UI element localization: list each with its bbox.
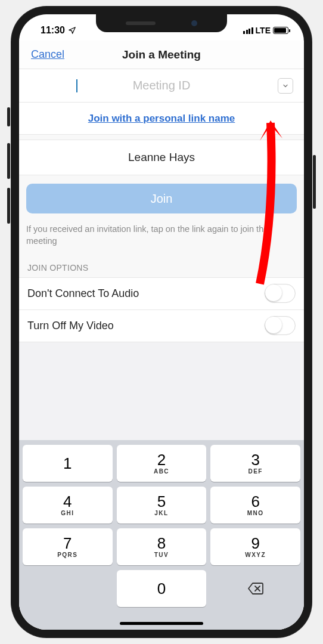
nav-bar: Cancel Join a Meeting: [19, 41, 304, 69]
option-label: Turn Off My Video: [27, 320, 114, 332]
meeting-id-dropdown[interactable]: [278, 78, 293, 94]
key-5[interactable]: 5JKL: [117, 487, 207, 524]
home-indicator[interactable]: [120, 622, 203, 625]
join-options-header: JOIN OPTIONS: [19, 256, 304, 278]
cancel-button[interactable]: Cancel: [31, 48, 64, 61]
screen: 11:30 LTE Cancel Join a Meeting: [19, 14, 304, 630]
option-dont-connect-audio: Don't Connect To Audio: [19, 278, 304, 310]
page-title: Join a Meeting: [122, 48, 201, 61]
side-button-volume-up: [7, 143, 10, 179]
side-button-silence: [7, 107, 10, 126]
meeting-id-input[interactable]: [76, 79, 247, 92]
location-icon: [68, 26, 76, 35]
key-9[interactable]: 9WXYZ: [210, 528, 300, 565]
content: Join with a personal link name Leanne Ha…: [19, 69, 304, 630]
personal-link-row: Join with a personal link name: [19, 103, 304, 135]
notch: [96, 14, 227, 32]
toggle-turn-off-video[interactable]: [265, 316, 296, 335]
phone-frame: 11:30 LTE Cancel Join a Meeting: [11, 6, 312, 638]
chevron-down-icon: [282, 82, 289, 89]
invitation-hint: If you received an invitation link, tap …: [19, 219, 304, 256]
name-row[interactable]: Leanne Hays: [19, 140, 304, 175]
option-turn-off-video: Turn Off My Video: [19, 310, 304, 342]
status-time: 11:30: [41, 25, 65, 36]
signal-icon: [243, 27, 253, 34]
key-4[interactable]: 4GHI: [23, 487, 113, 524]
key-6[interactable]: 6MNO: [210, 487, 300, 524]
join-section: Join: [19, 175, 304, 219]
spacer: [19, 342, 304, 440]
key-empty: [23, 570, 113, 607]
key-2[interactable]: 2ABC: [117, 445, 207, 482]
user-name-input[interactable]: Leanne Hays: [128, 151, 195, 164]
speaker: [126, 21, 156, 25]
key-8[interactable]: 8TUV: [117, 528, 207, 565]
backspace-icon: [247, 582, 264, 595]
meeting-id-row[interactable]: [19, 69, 304, 103]
front-camera: [191, 20, 197, 26]
numeric-keypad: 1 2ABC 3DEF 4GHI 5JKL 6MNO 7PQRS 8TUV 9W…: [19, 440, 304, 630]
personal-link[interactable]: Join with a personal link name: [88, 113, 235, 125]
key-1[interactable]: 1: [23, 445, 113, 482]
option-label: Don't Connect To Audio: [27, 287, 139, 300]
join-button[interactable]: Join: [26, 184, 297, 213]
key-0[interactable]: 0: [117, 570, 207, 607]
side-button-power: [313, 155, 316, 209]
toggle-dont-connect-audio[interactable]: [265, 284, 296, 303]
key-3[interactable]: 3DEF: [210, 445, 300, 482]
key-backspace[interactable]: [210, 570, 300, 607]
battery-icon: [273, 27, 288, 34]
side-button-volume-down: [7, 188, 10, 224]
network-label: LTE: [256, 26, 271, 35]
key-7[interactable]: 7PQRS: [23, 528, 113, 565]
